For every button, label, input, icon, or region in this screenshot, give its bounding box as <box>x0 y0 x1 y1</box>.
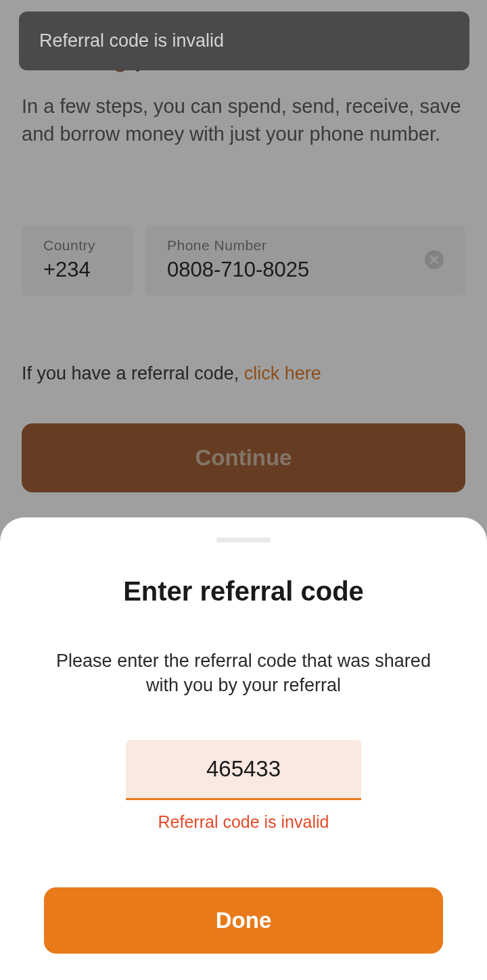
sheet-title: Enter referral code <box>0 576 487 607</box>
sheet-drag-handle[interactable] <box>216 538 271 542</box>
toast-message: Referral code is invalid <box>39 30 224 51</box>
referral-error-text: Referral code is invalid <box>0 812 487 832</box>
error-toast: Referral code is invalid <box>19 11 469 70</box>
done-button[interactable]: Done <box>44 887 443 954</box>
referral-code-sheet: Enter referral code Please enter the ref… <box>0 517 487 980</box>
sheet-description: Please enter the referral code that was … <box>0 649 487 698</box>
referral-code-input[interactable] <box>126 740 361 800</box>
